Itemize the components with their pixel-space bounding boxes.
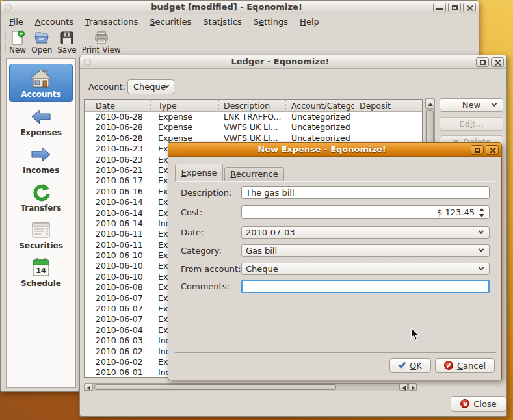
sidebar-item-schedule[interactable]: 14Schedule xyxy=(9,254,73,291)
cell-date: 2010-06-28 xyxy=(85,112,151,122)
maximize-icon xyxy=(475,148,480,153)
menu-accounts[interactable]: Accounts xyxy=(29,16,79,29)
sidebar-item-expenses[interactable]: Expenses xyxy=(9,103,73,140)
scroll-left-button[interactable] xyxy=(85,384,93,391)
cell-date: 2010-06-28 xyxy=(85,133,151,144)
cell-date: 2010-06-21 xyxy=(85,165,151,176)
cancel-button[interactable]: Cancel xyxy=(435,358,495,373)
cell-description: LNK TRAFFO... xyxy=(219,112,286,122)
column-header-description[interactable]: Description xyxy=(219,100,286,111)
cell-date: 2010-06-04 xyxy=(85,325,151,335)
cell-date: 2010-06-07 xyxy=(85,314,151,324)
account-label: Account: xyxy=(88,82,125,92)
securities-icon xyxy=(9,219,73,241)
horizontal-scrollbar[interactable] xyxy=(84,383,417,391)
window-menu-icon[interactable] xyxy=(84,59,91,66)
ledger-titlebar[interactable]: Ledger - Eqonomize! xyxy=(80,55,506,69)
cell-date: 2010-06-07 xyxy=(85,293,151,304)
tab-expense[interactable]: Expense xyxy=(175,164,223,181)
sidebar-item-incomes[interactable]: Incomes xyxy=(9,140,73,177)
main-titlebar[interactable]: budget [modified] - Eqonomize! xyxy=(1,1,479,14)
scroll-left-button[interactable] xyxy=(399,384,408,391)
transfers-icon xyxy=(9,181,73,203)
sidebar: AccountsExpensesIncomesTransfersSecuriti… xyxy=(6,58,76,388)
cell-date: 2010-06-07 xyxy=(85,304,151,314)
dialog-titlebar[interactable]: New Expense - Eqonomize! xyxy=(168,143,501,157)
maximize-button[interactable] xyxy=(471,145,484,155)
cell-date: 2010-06-02 xyxy=(85,357,151,367)
scroll-up-button[interactable] xyxy=(425,99,434,109)
scroll-right-button[interactable] xyxy=(408,384,417,391)
menu-securities[interactable]: Securities xyxy=(144,16,197,29)
edit-button[interactable]: Edit... xyxy=(440,117,503,131)
arrow-right-icon xyxy=(412,386,415,391)
minimize-button[interactable] xyxy=(433,3,446,12)
window-menu-icon[interactable] xyxy=(172,146,179,153)
menu-bar: FileAccountsTransactionsSecuritiesStatis… xyxy=(3,16,325,29)
new-icon xyxy=(10,30,25,46)
cell-category: Uncategorized xyxy=(286,122,354,133)
open-toolbar-button[interactable]: Open xyxy=(31,30,52,55)
cell-date: 2010-06-11 xyxy=(85,229,151,239)
column-header-deposit[interactable]: Deposit xyxy=(354,100,419,111)
tab-recurrence[interactable]: Recurrence xyxy=(224,167,284,181)
close-button[interactable] xyxy=(463,3,476,12)
menu-transactions[interactable]: Transactions xyxy=(79,16,144,29)
cell-date: 2010-06-16 xyxy=(85,187,151,197)
ok-button[interactable]: OK xyxy=(389,358,431,373)
maximize-button[interactable] xyxy=(476,57,489,67)
cell-date: 2010-06-03 xyxy=(85,335,151,346)
account-select-value: Cheque xyxy=(133,82,166,92)
cell-date: 2010-06-23 xyxy=(85,144,151,154)
toolbar-item-label: Save xyxy=(57,46,76,55)
sidebar-item-transfers[interactable]: Transfers xyxy=(9,178,73,215)
toolbar-item-label: Print View xyxy=(82,46,121,55)
sidebar-item-label: Transfers xyxy=(9,203,73,213)
cell-deposit xyxy=(354,112,419,122)
check-icon xyxy=(399,360,406,368)
menu-help[interactable]: Help xyxy=(294,16,325,29)
desktop: budget [modified] - Eqonomize! FileAccou… xyxy=(0,0,513,420)
account-select[interactable]: Cheque xyxy=(127,79,174,94)
sidebar-item-accounts[interactable]: Accounts xyxy=(9,64,73,102)
table-row[interactable]: 2010-06-28ExpenseVWFS UK LI...Uncategori… xyxy=(85,122,422,133)
menu-settings[interactable]: Settings xyxy=(248,16,294,29)
mouse-cursor xyxy=(410,327,420,341)
menu-statistics[interactable]: Statistics xyxy=(197,16,247,29)
print-view-toolbar-button[interactable]: Print View xyxy=(82,30,121,55)
expense-tab-panel xyxy=(174,181,497,353)
schedule-icon: 14 xyxy=(9,257,73,278)
close-button[interactable] xyxy=(491,57,504,67)
cell-type: Expense xyxy=(151,122,219,133)
cell-date: 2010-06-23 xyxy=(85,155,151,165)
cell-date: 2010-06-28 xyxy=(85,122,151,133)
arrow-left-icon xyxy=(402,386,406,391)
toolbar-item-label: New xyxy=(9,46,26,55)
table-row[interactable]: 2010-06-28ExpenseLNK TRAFFO...Uncategori… xyxy=(85,112,422,122)
toolbar-handle[interactable] xyxy=(5,31,6,53)
menu-file[interactable]: File xyxy=(3,16,29,29)
window-menu-icon[interactable] xyxy=(5,4,12,11)
save-toolbar-button[interactable]: Save xyxy=(57,30,76,55)
cell-date: 2010-06-08 xyxy=(85,282,151,293)
main-window-title: budget [modified] - Eqonomize! xyxy=(20,2,433,12)
new-transaction-button[interactable]: New xyxy=(440,98,503,112)
expenses-icon xyxy=(9,106,73,127)
cancel-icon xyxy=(444,361,453,370)
print-view-icon xyxy=(94,30,109,46)
close-button[interactable] xyxy=(486,145,499,155)
column-header-date[interactable]: Date xyxy=(85,100,151,111)
sidebar-item-label: Securities xyxy=(9,241,73,250)
maximize-icon xyxy=(480,60,486,65)
maximize-button[interactable] xyxy=(448,3,461,12)
toolbar: NewOpenSavePrint View xyxy=(9,30,121,55)
new-toolbar-button[interactable]: New xyxy=(9,30,26,55)
ledger-close-button[interactable]: Close xyxy=(451,396,506,412)
column-header-type[interactable]: Type xyxy=(151,100,219,111)
sidebar-item-securities[interactable]: Securities xyxy=(9,216,73,253)
horizontal-scrollbar-thumb[interactable] xyxy=(94,384,336,390)
new-expense-dialog: New Expense - Eqonomize! Expense Recurre… xyxy=(168,142,502,380)
column-header-account-category[interactable]: Account/Category xyxy=(286,100,354,111)
cell-date: 2010-06-14 xyxy=(85,218,151,229)
sidebar-item-label: Expenses xyxy=(9,128,73,137)
